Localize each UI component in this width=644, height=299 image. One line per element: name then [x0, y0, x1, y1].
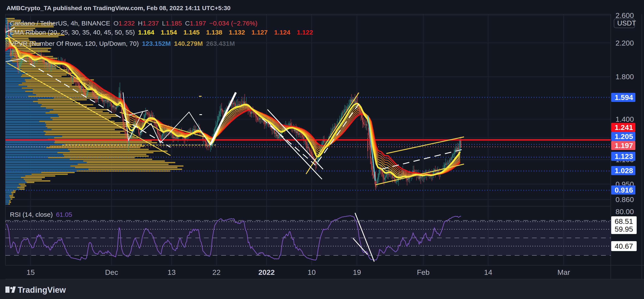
- svg-text:1.197: 1.197: [615, 142, 633, 150]
- svg-text:1.594: 1.594: [615, 93, 633, 102]
- svg-text:1.400: 1.400: [616, 115, 634, 123]
- svg-text:1.241: 1.241: [615, 123, 633, 132]
- svg-text:2.600: 2.600: [616, 11, 634, 20]
- svg-text:0.916: 0.916: [615, 186, 633, 194]
- svg-text:AMBCrypto_TA published on Trad: AMBCrypto_TA published on TradingView.co…: [6, 4, 230, 12]
- svg-text:2.200: 2.200: [616, 39, 634, 47]
- svg-text:USDT: USDT: [617, 19, 636, 27]
- svg-text:15: 15: [26, 268, 35, 276]
- svg-text:1.123: 1.123: [615, 152, 633, 160]
- svg-text:Cardano / TetherUS, 4h, BINANC: Cardano / TetherUS, 4h, BINANCE O1.232 H…: [10, 20, 258, 27]
- svg-text:2022: 2022: [258, 268, 275, 276]
- svg-text:Mar: Mar: [558, 268, 570, 276]
- svg-text:Feb: Feb: [417, 268, 430, 276]
- svg-text:0.860: 0.860: [616, 196, 634, 204]
- svg-text:10: 10: [308, 268, 316, 276]
- svg-text:40.67: 40.67: [615, 242, 633, 250]
- svg-text:22: 22: [212, 268, 220, 276]
- svg-text:Dec: Dec: [105, 268, 118, 276]
- svg-text:RSI (14, close) 61.05: RSI (14, close) 61.05: [10, 211, 72, 218]
- svg-text:EMA Ribbon (20, 25, 30, 35, 40: EMA Ribbon (20, 25, 30, 35, 40, 45, 50, …: [10, 29, 320, 36]
- svg-text:1.205: 1.205: [615, 132, 633, 140]
- svg-text:13: 13: [168, 268, 176, 276]
- svg-text:VPVR (Number Of Rows, 120, Up/: VPVR (Number Of Rows, 120, Up/Down, 70) …: [10, 40, 235, 47]
- svg-text:19: 19: [353, 268, 361, 276]
- svg-text:1.028: 1.028: [615, 166, 633, 175]
- svg-text:1.800: 1.800: [616, 72, 634, 81]
- svg-text:TradingView: TradingView: [18, 286, 66, 294]
- svg-text:14: 14: [484, 268, 492, 276]
- svg-text:59.95: 59.95: [615, 225, 633, 233]
- svg-text:80.00: 80.00: [616, 208, 634, 216]
